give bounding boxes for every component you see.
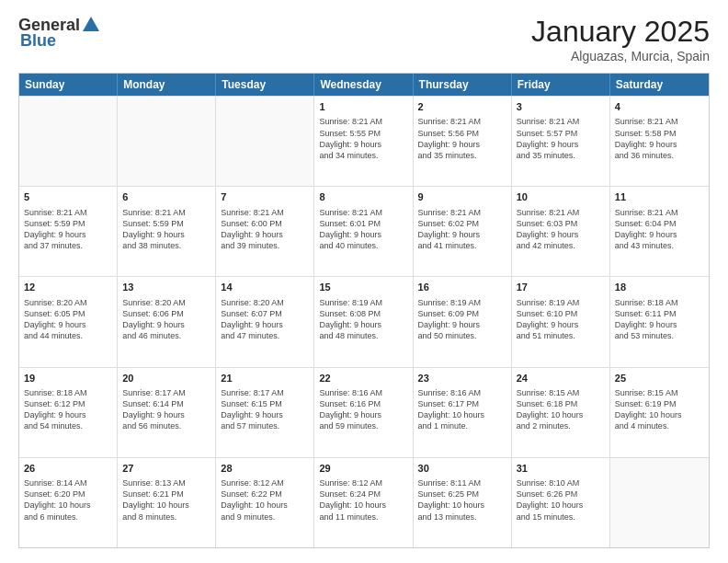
title-block: January 2025 Alguazas, Murcia, Spain (531, 15, 710, 63)
header-day-saturday: Saturday (610, 74, 709, 96)
day-info: Sunrise: 8:15 AM Sunset: 6:18 PM Dayligh… (517, 387, 605, 432)
day-cell-26: 26Sunrise: 8:14 AM Sunset: 6:20 PM Dayli… (19, 458, 118, 547)
day-info: Sunrise: 8:11 AM Sunset: 6:25 PM Dayligh… (418, 477, 506, 523)
day-number: 19 (24, 372, 112, 385)
day-number: 7 (221, 190, 309, 204)
day-info: Sunrise: 8:16 AM Sunset: 6:17 PM Dayligh… (418, 387, 506, 432)
logo-blue: Blue (20, 31, 56, 51)
day-cell-27: 27Sunrise: 8:13 AM Sunset: 6:21 PM Dayli… (118, 458, 216, 547)
day-number: 15 (319, 281, 407, 294)
day-cell-8: 8Sunrise: 8:21 AM Sunset: 6:01 PM Daylig… (314, 187, 413, 276)
day-number: 8 (319, 190, 407, 204)
day-info: Sunrise: 8:16 AM Sunset: 6:16 PM Dayligh… (319, 387, 407, 432)
day-info: Sunrise: 8:15 AM Sunset: 6:19 PM Dayligh… (615, 387, 704, 432)
logo: General Blue (18, 15, 102, 51)
day-info: Sunrise: 8:13 AM Sunset: 6:21 PM Dayligh… (122, 477, 210, 523)
day-number: 2 (418, 100, 506, 114)
header-day-sunday: Sunday (19, 74, 118, 96)
day-cell-16: 16Sunrise: 8:19 AM Sunset: 6:09 PM Dayli… (414, 277, 512, 366)
header-day-tuesday: Tuesday (216, 74, 314, 96)
day-info: Sunrise: 8:17 AM Sunset: 6:15 PM Dayligh… (221, 387, 309, 432)
day-cell-empty (216, 97, 314, 186)
header-day-friday: Friday (512, 74, 610, 96)
day-info: Sunrise: 8:20 AM Sunset: 6:05 PM Dayligh… (24, 297, 112, 342)
day-cell-15: 15Sunrise: 8:19 AM Sunset: 6:08 PM Dayli… (314, 277, 413, 366)
page: General Blue January 2025 Alguazas, Murc… (0, 0, 728, 563)
svg-marker-0 (83, 17, 99, 31)
day-cell-5: 5Sunrise: 8:21 AM Sunset: 5:59 PM Daylig… (19, 187, 118, 276)
day-number: 31 (517, 462, 605, 476)
header: General Blue January 2025 Alguazas, Murc… (18, 15, 710, 63)
day-cell-1: 1Sunrise: 8:21 AM Sunset: 5:55 PM Daylig… (314, 97, 413, 186)
day-cell-31: 31Sunrise: 8:10 AM Sunset: 6:26 PM Dayli… (512, 458, 610, 547)
day-info: Sunrise: 8:21 AM Sunset: 5:59 PM Dayligh… (24, 207, 112, 252)
logo-icon (81, 15, 101, 35)
day-cell-6: 6Sunrise: 8:21 AM Sunset: 5:59 PM Daylig… (118, 187, 216, 276)
day-number: 29 (319, 462, 407, 476)
header-day-wednesday: Wednesday (314, 74, 413, 96)
day-cell-20: 20Sunrise: 8:17 AM Sunset: 6:14 PM Dayli… (118, 368, 216, 457)
day-info: Sunrise: 8:21 AM Sunset: 6:04 PM Dayligh… (615, 207, 704, 252)
day-cell-7: 7Sunrise: 8:21 AM Sunset: 6:00 PM Daylig… (216, 187, 314, 276)
day-info: Sunrise: 8:21 AM Sunset: 5:55 PM Dayligh… (319, 116, 407, 161)
day-cell-30: 30Sunrise: 8:11 AM Sunset: 6:25 PM Dayli… (414, 458, 512, 547)
day-number: 16 (418, 281, 506, 294)
calendar-row-1: 5Sunrise: 8:21 AM Sunset: 5:59 PM Daylig… (19, 186, 709, 276)
day-cell-21: 21Sunrise: 8:17 AM Sunset: 6:15 PM Dayli… (216, 368, 314, 457)
month-title: January 2025 (531, 15, 710, 49)
day-info: Sunrise: 8:12 AM Sunset: 6:22 PM Dayligh… (221, 477, 309, 523)
day-number: 4 (615, 100, 704, 114)
day-info: Sunrise: 8:18 AM Sunset: 6:12 PM Dayligh… (24, 387, 112, 432)
day-number: 28 (221, 462, 309, 476)
day-number: 14 (221, 281, 309, 294)
location: Alguazas, Murcia, Spain (531, 49, 710, 63)
day-number: 30 (418, 462, 506, 476)
day-cell-12: 12Sunrise: 8:20 AM Sunset: 6:05 PM Dayli… (19, 277, 118, 366)
day-info: Sunrise: 8:21 AM Sunset: 6:02 PM Dayligh… (418, 207, 506, 252)
day-number: 13 (122, 281, 210, 294)
calendar-header: SundayMondayTuesdayWednesdayThursdayFrid… (19, 74, 709, 96)
day-cell-empty (610, 458, 709, 547)
day-cell-9: 9Sunrise: 8:21 AM Sunset: 6:02 PM Daylig… (414, 187, 512, 276)
day-info: Sunrise: 8:19 AM Sunset: 6:08 PM Dayligh… (319, 297, 407, 342)
day-info: Sunrise: 8:21 AM Sunset: 5:58 PM Dayligh… (615, 116, 704, 161)
day-cell-empty (118, 97, 216, 186)
day-info: Sunrise: 8:19 AM Sunset: 6:09 PM Dayligh… (418, 297, 506, 342)
day-cell-24: 24Sunrise: 8:15 AM Sunset: 6:18 PM Dayli… (512, 368, 610, 457)
calendar-row-0: 1Sunrise: 8:21 AM Sunset: 5:55 PM Daylig… (19, 96, 709, 186)
day-info: Sunrise: 8:20 AM Sunset: 6:07 PM Dayligh… (221, 297, 309, 342)
day-info: Sunrise: 8:21 AM Sunset: 6:03 PM Dayligh… (517, 207, 605, 252)
header-day-monday: Monday (118, 74, 216, 96)
calendar-row-3: 19Sunrise: 8:18 AM Sunset: 6:12 PM Dayli… (19, 367, 709, 457)
day-number: 12 (24, 281, 112, 294)
day-number: 20 (122, 372, 210, 385)
day-cell-4: 4Sunrise: 8:21 AM Sunset: 5:58 PM Daylig… (610, 97, 709, 186)
day-number: 3 (517, 100, 605, 114)
day-info: Sunrise: 8:14 AM Sunset: 6:20 PM Dayligh… (24, 477, 112, 523)
day-number: 26 (24, 462, 112, 476)
day-number: 24 (517, 372, 605, 385)
calendar-row-4: 26Sunrise: 8:14 AM Sunset: 6:20 PM Dayli… (19, 457, 709, 547)
day-cell-14: 14Sunrise: 8:20 AM Sunset: 6:07 PM Dayli… (216, 277, 314, 366)
calendar-body: 1Sunrise: 8:21 AM Sunset: 5:55 PM Daylig… (19, 96, 709, 547)
day-info: Sunrise: 8:21 AM Sunset: 6:01 PM Dayligh… (319, 207, 407, 252)
day-cell-17: 17Sunrise: 8:19 AM Sunset: 6:10 PM Dayli… (512, 277, 610, 366)
day-cell-25: 25Sunrise: 8:15 AM Sunset: 6:19 PM Dayli… (610, 368, 709, 457)
day-cell-11: 11Sunrise: 8:21 AM Sunset: 6:04 PM Dayli… (610, 187, 709, 276)
day-cell-29: 29Sunrise: 8:12 AM Sunset: 6:24 PM Dayli… (314, 458, 413, 547)
day-number: 9 (418, 190, 506, 204)
day-cell-13: 13Sunrise: 8:20 AM Sunset: 6:06 PM Dayli… (118, 277, 216, 366)
calendar: SundayMondayTuesdayWednesdayThursdayFrid… (18, 73, 710, 548)
day-info: Sunrise: 8:17 AM Sunset: 6:14 PM Dayligh… (122, 387, 210, 432)
day-cell-28: 28Sunrise: 8:12 AM Sunset: 6:22 PM Dayli… (216, 458, 314, 547)
day-info: Sunrise: 8:21 AM Sunset: 5:59 PM Dayligh… (122, 207, 210, 252)
day-number: 17 (517, 281, 605, 294)
day-cell-22: 22Sunrise: 8:16 AM Sunset: 6:16 PM Dayli… (314, 368, 413, 457)
day-number: 1 (319, 100, 407, 114)
day-info: Sunrise: 8:20 AM Sunset: 6:06 PM Dayligh… (122, 297, 210, 342)
day-cell-19: 19Sunrise: 8:18 AM Sunset: 6:12 PM Dayli… (19, 368, 118, 457)
day-number: 5 (24, 190, 112, 204)
day-info: Sunrise: 8:19 AM Sunset: 6:10 PM Dayligh… (517, 297, 605, 342)
day-number: 22 (319, 372, 407, 385)
day-info: Sunrise: 8:18 AM Sunset: 6:11 PM Dayligh… (615, 297, 704, 342)
